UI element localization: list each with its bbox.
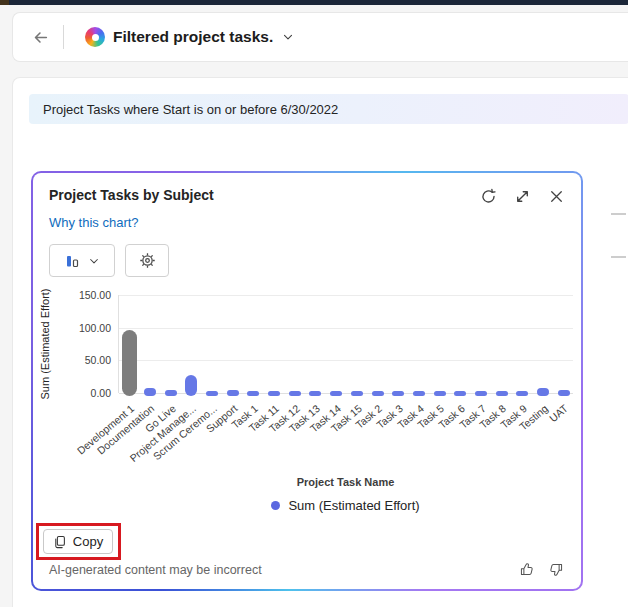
copy-icon bbox=[53, 535, 67, 549]
app-toolbar: Filtered project tasks. bbox=[12, 12, 628, 62]
bar-Task 7 bbox=[475, 391, 487, 396]
bar-Documentation bbox=[144, 388, 156, 396]
bar-Scrum Ceremo... bbox=[206, 391, 218, 396]
back-arrow-icon bbox=[32, 29, 49, 46]
gridline bbox=[119, 360, 573, 361]
copy-button-label: Copy bbox=[73, 534, 103, 549]
bar-Task 9 bbox=[516, 391, 528, 396]
chart-region: Sum (Estimated Effort) 0.0050.00100.0015… bbox=[33, 283, 585, 528]
y-tick-label: 150.00 bbox=[79, 289, 111, 301]
y-tick-label: 0.00 bbox=[91, 387, 111, 399]
background-placeholder-dash bbox=[611, 256, 626, 258]
card-action-buttons bbox=[475, 183, 569, 209]
thumbs-down-button[interactable] bbox=[545, 558, 567, 580]
bar-Task 5 bbox=[434, 391, 446, 396]
chart-settings-button[interactable] bbox=[125, 244, 169, 277]
thumbs-up-button[interactable] bbox=[515, 558, 537, 580]
expand-icon bbox=[514, 188, 531, 205]
gear-icon bbox=[139, 252, 156, 269]
bar-Testing bbox=[537, 388, 549, 396]
x-axis-title: Project Task Name bbox=[118, 476, 573, 488]
filter-banner-text: Project Tasks where Start is on or befor… bbox=[43, 102, 338, 117]
thumbs-up-icon bbox=[519, 562, 534, 577]
close-icon bbox=[548, 188, 565, 205]
y-axis-ticks: 0.0050.00100.00150.00 bbox=[33, 295, 111, 393]
bar-Task 3 bbox=[392, 391, 404, 396]
thumbs-down-icon bbox=[549, 562, 564, 577]
y-tick-label: 100.00 bbox=[79, 322, 111, 334]
ai-disclaimer: AI-generated content may be incorrect bbox=[49, 563, 262, 577]
chart-card: Project Tasks by Subject bbox=[31, 171, 583, 591]
bar-Task 14 bbox=[330, 391, 342, 396]
chart-legend: Sum (Estimated Effort) bbox=[118, 498, 573, 513]
chevron-down-icon bbox=[281, 30, 295, 44]
bar-Task 13 bbox=[309, 391, 321, 396]
copilot-logo-icon bbox=[85, 27, 105, 47]
chart-controls bbox=[49, 244, 169, 277]
bar-Task 4 bbox=[413, 391, 425, 396]
browser-top-strip bbox=[0, 0, 628, 5]
refresh-button[interactable] bbox=[475, 183, 501, 209]
legend-label: Sum (Estimated Effort) bbox=[288, 498, 419, 513]
content-panel: Project Tasks where Start is on or befor… bbox=[12, 77, 628, 607]
background-placeholder-dash bbox=[611, 213, 626, 215]
filter-banner: Project Tasks where Start is on or befor… bbox=[29, 94, 628, 124]
feedback-buttons bbox=[515, 558, 567, 580]
plot-area bbox=[118, 295, 573, 393]
chart-card-inner: Project Tasks by Subject bbox=[33, 173, 581, 589]
bar-Task 6 bbox=[454, 391, 466, 396]
bar-Task 2 bbox=[372, 391, 384, 396]
toolbar-divider bbox=[63, 25, 64, 49]
close-button[interactable] bbox=[543, 183, 569, 209]
bar-Go Live bbox=[165, 390, 177, 396]
bar-Project Manage... bbox=[185, 375, 197, 396]
chart-card-title: Project Tasks by Subject bbox=[49, 187, 214, 203]
gridline bbox=[119, 328, 573, 329]
expand-button[interactable] bbox=[509, 183, 535, 209]
refresh-icon bbox=[480, 188, 497, 205]
session-title-dropdown[interactable]: Filtered project tasks. bbox=[85, 27, 295, 47]
session-title: Filtered project tasks. bbox=[113, 28, 273, 46]
copy-button[interactable]: Copy bbox=[43, 529, 113, 554]
back-button[interactable] bbox=[25, 22, 55, 52]
bar-Task 15 bbox=[351, 391, 363, 396]
x-tick-label: UAT bbox=[547, 402, 570, 424]
bar-chart-icon bbox=[65, 253, 81, 269]
legend-dot-icon bbox=[271, 501, 280, 510]
bar-UAT bbox=[558, 390, 570, 396]
why-this-chart-link[interactable]: Why this chart? bbox=[49, 215, 139, 230]
gridline bbox=[119, 295, 573, 296]
chart-type-dropdown[interactable] bbox=[49, 244, 115, 277]
bar-Task 11 bbox=[268, 391, 280, 396]
top-left-corner-block bbox=[0, 0, 9, 5]
bar-Task 1 bbox=[247, 391, 259, 396]
x-axis-labels: Development 1DocumentationGo LiveProject… bbox=[118, 398, 573, 474]
bar-Task 8 bbox=[496, 391, 508, 396]
bar-Support bbox=[227, 390, 239, 396]
chevron-down-icon bbox=[88, 255, 100, 267]
bar-Development 1 bbox=[122, 330, 137, 396]
bar-Task 12 bbox=[289, 391, 301, 396]
y-tick-label: 50.00 bbox=[85, 354, 111, 366]
